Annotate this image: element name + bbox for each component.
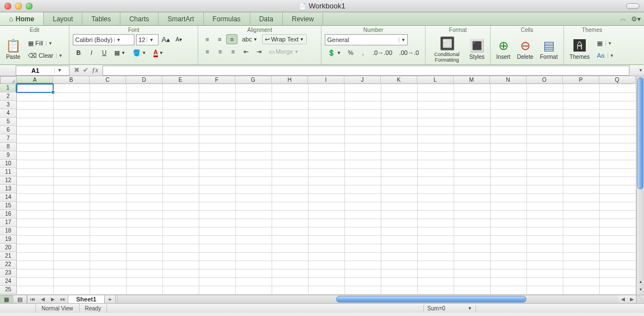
sheet-tab[interactable]: Sheet1: [68, 295, 105, 303]
cell[interactable]: [381, 185, 417, 193]
cell[interactable]: [126, 118, 162, 126]
cell[interactable]: [308, 202, 344, 210]
cell[interactable]: [235, 168, 272, 176]
cell[interactable]: [344, 277, 381, 286]
cell[interactable]: [417, 244, 454, 252]
cell[interactable]: [90, 134, 126, 143]
cell[interactable]: [526, 151, 563, 160]
cell[interactable]: [90, 252, 126, 261]
cell[interactable]: [162, 118, 199, 126]
cell[interactable]: [90, 126, 126, 134]
styles-button[interactable]: 🔳 Styles: [467, 34, 487, 64]
cell[interactable]: [162, 210, 199, 219]
theme-fonts-button[interactable]: Aa▼: [594, 50, 617, 61]
cell[interactable]: [126, 244, 162, 252]
row-header[interactable]: 11: [0, 168, 17, 176]
cell[interactable]: [162, 193, 199, 202]
cell[interactable]: [199, 84, 235, 92]
cell[interactable]: [417, 101, 454, 109]
prev-sheet-button[interactable]: ◀: [38, 295, 48, 303]
row-header[interactable]: 18: [0, 227, 17, 235]
cell[interactable]: [199, 269, 235, 277]
select-all-corner[interactable]: [0, 76, 17, 84]
cell[interactable]: [599, 193, 636, 202]
cell[interactable]: [526, 210, 563, 219]
cell[interactable]: [454, 84, 490, 92]
cell[interactable]: [526, 126, 563, 134]
cell[interactable]: [526, 84, 563, 92]
cell[interactable]: [381, 92, 417, 101]
cell[interactable]: [53, 252, 90, 261]
cell[interactable]: [454, 92, 490, 101]
cell[interactable]: [17, 168, 53, 176]
conditional-formatting-button[interactable]: 🔲 Conditional Formatting: [429, 34, 465, 64]
cell[interactable]: [126, 277, 162, 286]
align-middle-button[interactable]: ≡: [214, 34, 225, 44]
column-header[interactable]: B: [53, 76, 90, 84]
cell[interactable]: [199, 168, 235, 176]
horizontal-scroll-thumb[interactable]: [336, 296, 526, 303]
row-header[interactable]: 15: [0, 202, 17, 210]
cell[interactable]: [344, 134, 381, 143]
last-sheet-button[interactable]: ⏭: [58, 295, 68, 303]
cell[interactable]: [235, 92, 272, 101]
cell[interactable]: [490, 193, 526, 202]
cell[interactable]: [563, 126, 599, 134]
cell[interactable]: [308, 227, 344, 235]
add-sheet-button[interactable]: +: [105, 295, 115, 303]
paste-button[interactable]: 📋 Paste: [3, 34, 23, 64]
column-header[interactable]: A: [17, 76, 53, 84]
cell[interactable]: [526, 160, 563, 168]
cell[interactable]: [526, 269, 563, 277]
tab-home[interactable]: Home: [0, 12, 44, 25]
page-layout-view-button[interactable]: ▤: [13, 295, 27, 303]
row-header[interactable]: 20: [0, 244, 17, 252]
cell[interactable]: [563, 227, 599, 235]
cell[interactable]: [272, 286, 308, 294]
cell[interactable]: [162, 252, 199, 261]
autocalc-display[interactable]: Sum=0 ▼: [423, 305, 476, 312]
cell[interactable]: [308, 151, 344, 160]
cell[interactable]: [490, 185, 526, 193]
row-header[interactable]: 8: [0, 143, 17, 151]
cell[interactable]: [235, 227, 272, 235]
grow-font-button[interactable]: A▴: [160, 34, 171, 44]
cell[interactable]: [381, 261, 417, 269]
cell[interactable]: [454, 227, 490, 235]
cell[interactable]: [126, 261, 162, 269]
tab-charts[interactable]: Charts: [120, 12, 158, 25]
cell[interactable]: [599, 84, 636, 92]
cell[interactable]: [126, 176, 162, 185]
cell[interactable]: [308, 244, 344, 252]
cell[interactable]: [17, 227, 53, 235]
cell[interactable]: [599, 235, 636, 244]
cell[interactable]: [272, 202, 308, 210]
column-header[interactable]: D: [126, 76, 162, 84]
normal-view-button[interactable]: ▦: [0, 295, 13, 303]
cell[interactable]: [563, 193, 599, 202]
cell[interactable]: [526, 134, 563, 143]
cell[interactable]: [490, 176, 526, 185]
cell[interactable]: [599, 277, 636, 286]
cell[interactable]: [308, 252, 344, 261]
cell[interactable]: [90, 210, 126, 219]
cell[interactable]: [308, 286, 344, 294]
autocalc-dropdown-icon[interactable]: ▼: [468, 306, 472, 311]
column-header[interactable]: Q: [599, 76, 636, 84]
cell[interactable]: [162, 134, 199, 143]
cell[interactable]: [599, 134, 636, 143]
decrease-indent-button[interactable]: ⇤: [240, 47, 251, 57]
cell[interactable]: [90, 84, 126, 92]
cell[interactable]: [381, 176, 417, 185]
scroll-right-icon[interactable]: ▶: [627, 295, 636, 303]
cell[interactable]: [17, 252, 53, 261]
cell[interactable]: [417, 168, 454, 176]
cell[interactable]: [17, 244, 53, 252]
shrink-font-button[interactable]: A▾: [173, 34, 184, 44]
cell[interactable]: [17, 219, 53, 227]
cell[interactable]: [526, 252, 563, 261]
cell[interactable]: [235, 109, 272, 118]
cell[interactable]: [126, 193, 162, 202]
cell[interactable]: [272, 118, 308, 126]
cell[interactable]: [53, 219, 90, 227]
